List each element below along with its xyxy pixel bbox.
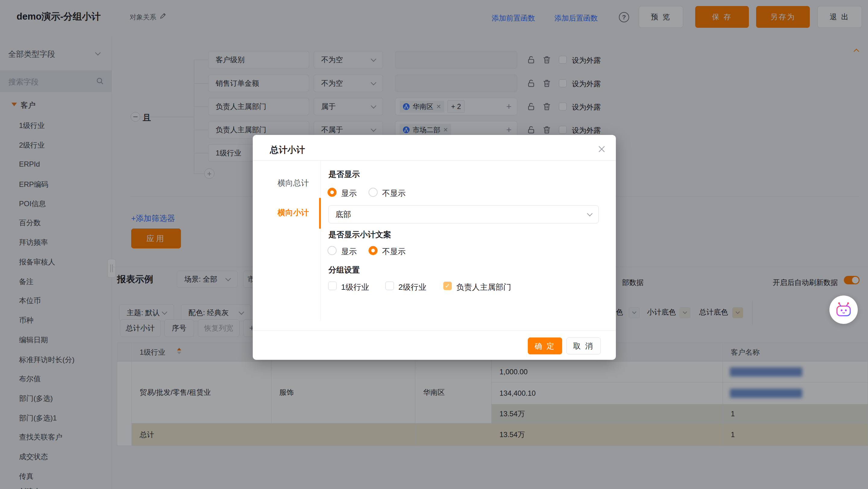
- assistant-robot-button[interactable]: [829, 295, 858, 324]
- caption-section-label: 是否显示小计文案: [329, 229, 391, 240]
- report-builder-page: demo演示-分组小计 对象关系 添加前置函数 添加后置函数 ? 预 览 保 存…: [0, 0, 868, 489]
- radio-caption-hide-label[interactable]: 不显示: [382, 246, 406, 257]
- group-section-label: 分组设置: [329, 265, 360, 275]
- radio-hide[interactable]: [369, 188, 378, 197]
- group-checkbox-department-label[interactable]: 负责人主属部门: [456, 282, 511, 292]
- group-checkbox-industry1[interactable]: [328, 282, 337, 290]
- radio-show-label[interactable]: 显示: [341, 188, 357, 199]
- modal-title: 总计小计: [270, 144, 305, 156]
- radio-show[interactable]: [328, 188, 337, 197]
- robot-icon: [834, 301, 853, 318]
- confirm-button[interactable]: 确 定: [528, 338, 562, 354]
- radio-caption-hide[interactable]: [369, 246, 378, 255]
- cancel-button[interactable]: 取 消: [566, 338, 601, 354]
- position-select[interactable]: 底部: [329, 205, 599, 223]
- group-checkbox-department[interactable]: ✓: [443, 282, 452, 290]
- active-tab-indicator: [319, 198, 321, 229]
- tab-horizontal-subtotal[interactable]: 横向小计: [277, 207, 309, 218]
- tab-horizontal-total[interactable]: 横向总计: [277, 178, 309, 189]
- show-section-label: 是否显示: [329, 169, 360, 180]
- total-subtotal-modal: 总计小计 横向总计 横向小计 是否显示 显示 不显示 底部 是否显示小计文案 显…: [253, 135, 616, 360]
- radio-hide-label[interactable]: 不显示: [382, 188, 406, 199]
- group-checkbox-industry2-label[interactable]: 2级行业: [398, 282, 426, 292]
- group-checkbox-industry1-label[interactable]: 1级行业: [341, 282, 369, 292]
- close-icon[interactable]: [597, 145, 606, 154]
- radio-caption-show-label[interactable]: 显示: [341, 246, 357, 257]
- group-checkbox-industry2[interactable]: [385, 282, 394, 290]
- position-value: 底部: [335, 209, 351, 220]
- radio-caption-show[interactable]: [328, 246, 337, 255]
